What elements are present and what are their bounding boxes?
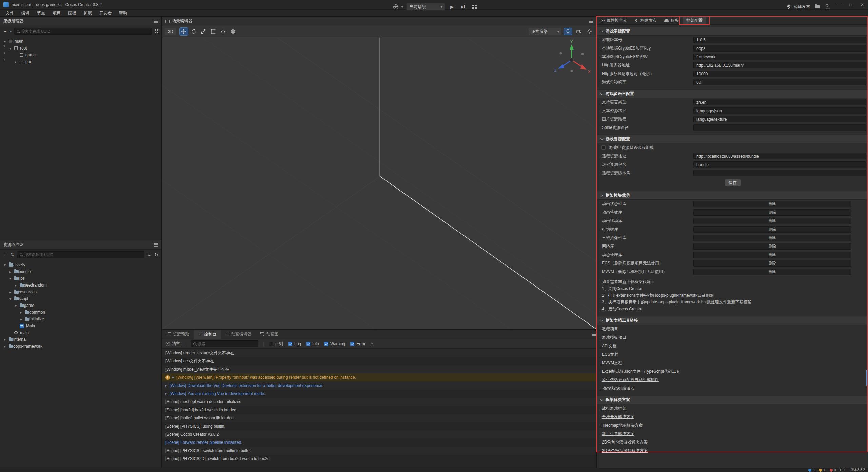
crypto-iv-input[interactable] — [693, 54, 866, 60]
save-button[interactable]: 保存 — [725, 179, 741, 186]
tab-console[interactable]: 控制台 — [194, 330, 221, 339]
log-row-warning[interactable]: [Window] [Vue warn]: Property "onInput" … — [162, 373, 596, 381]
warning-count[interactable]: 1 — [819, 468, 825, 472]
scrollbar-thumb[interactable] — [866, 370, 868, 386]
panel-menu-icon[interactable] — [592, 333, 596, 336]
asset-row-game[interactable]: game — [0, 302, 161, 309]
menu-file[interactable]: 文件 — [2, 10, 18, 16]
maximize-button[interactable] — [845, 0, 856, 9]
delete-module-button[interactable]: 删除 — [693, 235, 851, 241]
asset-row-script[interactable]: script — [0, 295, 161, 302]
section-language-config[interactable]: 游戏多语言配置 — [597, 89, 868, 98]
solution-link[interactable]: 2D角色扮演游戏解决方案 — [602, 440, 648, 445]
close-button[interactable] — [856, 0, 868, 9]
list-view-icon[interactable] — [147, 252, 152, 257]
log-row[interactable]: [Scene] [box2d]:box2d wasm lib loaded. — [162, 406, 596, 414]
solution-link[interactable]: 全栈开发解决方案 — [602, 414, 634, 419]
chevron-right-icon[interactable] — [9, 290, 14, 294]
scene-camera-button[interactable] — [575, 28, 583, 35]
log-row[interactable]: [Scene] Cocos Creator v3.8.2 — [162, 430, 596, 438]
add-asset-icon[interactable] — [3, 252, 7, 257]
doc-link[interactable]: Excel格式转Json文件与TypeScript代码工具 — [602, 369, 680, 374]
chevron-right-icon[interactable] — [4, 345, 9, 348]
menu-panel[interactable]: 面板 — [64, 10, 80, 16]
delete-module-button[interactable]: 删除 — [693, 218, 851, 224]
section-solutions[interactable]: 框架解决方案 — [597, 395, 868, 404]
log-row[interactable]: [Scene] [PHYSICS]: switch from builtin t… — [162, 447, 596, 455]
tab-framework-config[interactable]: 框架配置 — [683, 17, 706, 24]
asset-row-resources[interactable]: resources — [0, 289, 161, 295]
crypto-key-input[interactable] — [693, 45, 866, 52]
tab-build[interactable]: 构建发布 — [631, 17, 660, 24]
fps-input[interactable] — [693, 79, 866, 85]
report-icon[interactable] — [371, 342, 374, 346]
log-row[interactable]: [Scene] meshopt wasm decoder initialized — [162, 398, 596, 406]
asset-row-oops-framework[interactable]: oops-framework — [0, 343, 161, 350]
solution-link[interactable]: 战棋游戏框架 — [602, 406, 626, 411]
add-node-icon[interactable] — [3, 28, 7, 34]
expand-icon[interactable] — [172, 373, 174, 381]
tree-row-root[interactable]: root — [0, 45, 161, 52]
asset-row-main-ts[interactable]: Main — [0, 322, 161, 329]
filter-error-checkbox[interactable]: Error — [350, 341, 366, 346]
chevron-down-icon[interactable] — [9, 46, 14, 50]
asset-row-libs[interactable]: libs — [0, 275, 161, 282]
chevron-right-icon[interactable] — [15, 60, 20, 64]
section-module-trim[interactable]: 框架模块裁剪 — [597, 191, 868, 200]
panel-menu-icon[interactable] — [154, 20, 158, 23]
delete-module-button[interactable]: 删除 — [693, 252, 851, 258]
tree-row-main[interactable]: main — [0, 38, 161, 45]
refresh-icon[interactable] — [154, 252, 159, 257]
log-row[interactable]: [Window] model_view文件夹不存在 — [162, 365, 596, 373]
regex-checkbox[interactable]: 正则 — [269, 341, 283, 347]
layout-button[interactable] — [470, 3, 478, 11]
log-row[interactable]: [Window] render_texture文件夹不存在 — [162, 349, 596, 357]
render-mode-select[interactable]: 正常渲染 — [529, 28, 561, 35]
tab-inspector[interactable]: 属性检查器 — [597, 17, 631, 24]
panel-menu-icon[interactable] — [154, 243, 158, 247]
log-row[interactable]: [Window] ecs文件夹不存在 — [162, 357, 596, 365]
assets-search[interactable] — [17, 251, 144, 258]
log-row[interactable]: [Scene] Forward render pipeline initiali… — [162, 438, 596, 447]
asset-row-seedrandom[interactable]: seedrandom — [0, 282, 161, 289]
texture-path-input[interactable] — [693, 116, 866, 122]
delete-module-button[interactable]: 删除 — [693, 201, 851, 207]
scene-viewport[interactable]: Y X Z — [162, 38, 596, 329]
assets-search-input[interactable] — [24, 253, 142, 257]
tab-animation-graph[interactable]: 动画图 — [256, 330, 283, 339]
delete-module-button[interactable]: 删除 — [693, 260, 851, 267]
filter-icon[interactable] — [155, 29, 158, 33]
chevron-down-icon[interactable] — [401, 5, 403, 9]
http-timeout-input[interactable] — [693, 71, 866, 77]
menu-developer[interactable]: 开发者 — [96, 10, 115, 16]
log-row[interactable]: [Scene] [bullet]:bullet wasm lib loaded. — [162, 414, 596, 422]
asset-row-common[interactable]: common — [0, 309, 161, 316]
remote-load-checkbox[interactable] — [601, 145, 606, 150]
doc-link[interactable]: 动画状态机编辑器 — [602, 386, 634, 391]
scale-tool-button[interactable] — [199, 28, 208, 35]
preview-platform-icon[interactable] — [393, 4, 398, 9]
chevron-down-icon[interactable] — [9, 297, 14, 301]
log-row[interactable]: [Window] You are running Vue in developm… — [162, 390, 596, 398]
world-local-toggle[interactable] — [229, 28, 237, 35]
doc-link[interactable]: 游戏模板项目 — [602, 335, 626, 340]
chevron-down-icon[interactable] — [9, 277, 14, 280]
game-version-input[interactable] — [693, 37, 866, 43]
delete-module-button[interactable]: 删除 — [693, 269, 851, 275]
step-button[interactable] — [459, 3, 467, 11]
log-row[interactable]: [Window] Download the Vue Devtools exten… — [162, 381, 596, 390]
scene-select[interactable]: 当前场景 — [406, 3, 445, 11]
asset-row-assets[interactable]: assets — [0, 261, 161, 268]
menu-node[interactable]: 节点 — [33, 10, 49, 16]
menu-project[interactable]: 项目 — [49, 10, 64, 16]
panel-menu-icon[interactable] — [589, 20, 593, 23]
axis-gizmo[interactable]: Y X Z — [551, 40, 592, 80]
spine-path-input[interactable] — [693, 124, 866, 131]
asset-row-bundle[interactable]: bundle — [0, 268, 161, 275]
filter-warning-checkbox[interactable]: Warning — [324, 341, 345, 346]
section-basic-config[interactable]: 游戏基础配置 — [597, 27, 868, 36]
tab-asset-preview[interactable]: 资源预览 — [163, 330, 194, 339]
chevron-right-icon[interactable] — [9, 270, 14, 274]
move-tool-button[interactable] — [180, 28, 188, 35]
asset-row-initialize[interactable]: initialize — [0, 316, 161, 322]
